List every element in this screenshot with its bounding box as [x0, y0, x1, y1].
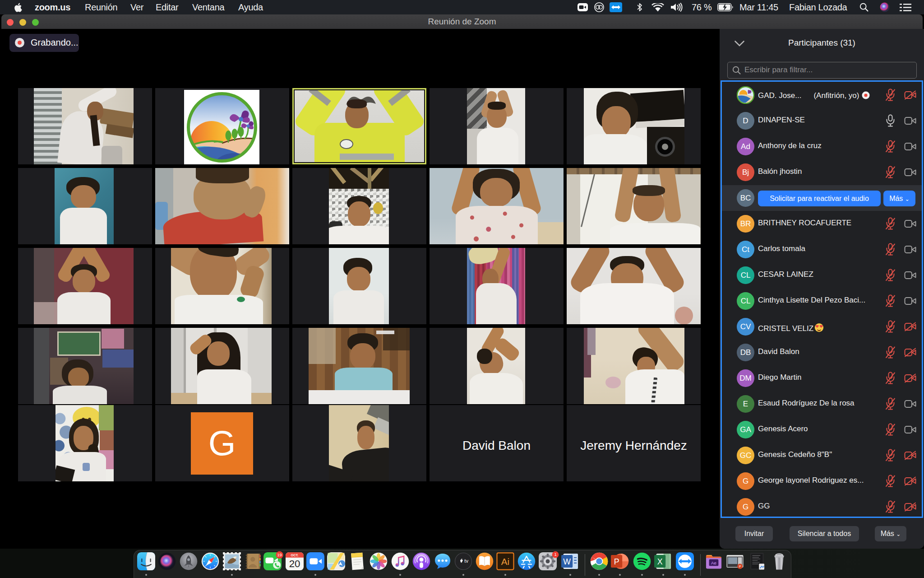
svg-text:19: 19: [277, 552, 282, 557]
svg-text:X: X: [657, 557, 663, 566]
svg-text:20: 20: [289, 558, 300, 569]
svg-text:Ae: Ae: [711, 560, 716, 565]
svg-text:P: P: [614, 557, 619, 566]
svg-text:OCT.: OCT.: [291, 553, 299, 557]
svg-text:1: 1: [554, 552, 556, 557]
svg-text:Ai: Ai: [501, 556, 509, 567]
svg-text:W: W: [563, 557, 571, 566]
svg-text:P: P: [739, 564, 741, 569]
svg-text:tv: tv: [464, 558, 468, 564]
